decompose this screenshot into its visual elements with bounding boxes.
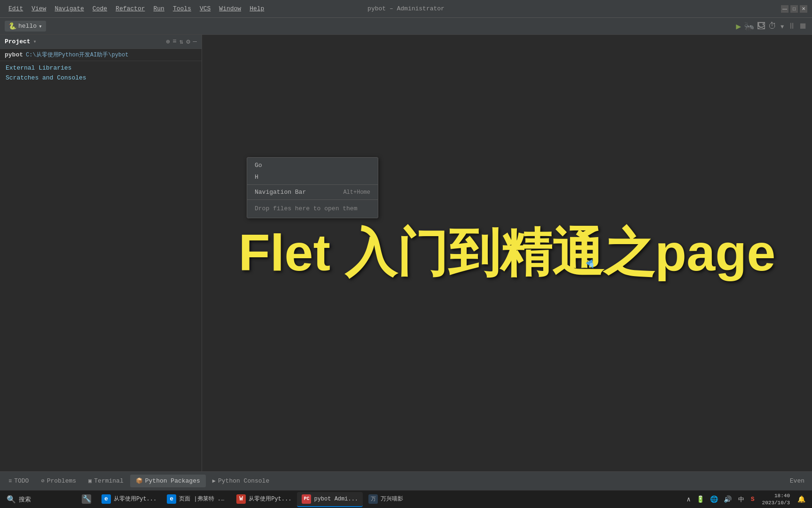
overlay-title: Flet 入门到精通之page xyxy=(239,218,776,288)
pause-button[interactable]: ⏸ xyxy=(788,21,796,31)
tray-expand-icon[interactable]: ∧ xyxy=(685,494,692,504)
search-text: 搜索 xyxy=(19,495,31,504)
sidebar-action-icons: ⊕ ≡ ⇅ ⚙ — xyxy=(166,38,197,46)
sidebar-title-row: Project ▾ xyxy=(5,38,37,45)
wanxin-app-icon: 万 xyxy=(368,494,378,504)
run-play-button[interactable]: ▶ xyxy=(736,21,741,32)
volume-icon[interactable]: 🔊 xyxy=(722,494,734,504)
language-indicator[interactable]: 中 xyxy=(735,494,747,505)
hide-icon[interactable]: — xyxy=(193,38,197,46)
menu-tools[interactable]: Tools xyxy=(169,3,195,14)
navbar-label: Navigation Bar xyxy=(255,189,306,196)
sidebar: Project ▾ ⊕ ≡ ⇅ ⚙ — pybot C:\从零使用Python开… xyxy=(0,35,202,471)
sidebar-item-scratches[interactable]: Scratches and Consoles xyxy=(0,73,202,83)
settings-icon[interactable]: ⚙ xyxy=(186,38,190,46)
editor-area: Go H Navigation Bar Alt+Home Drop files … xyxy=(202,35,812,471)
menu-code[interactable]: Code xyxy=(89,3,111,14)
project-label: Project xyxy=(5,38,31,45)
tab-python-console[interactable]: ▶ Python Console xyxy=(207,475,275,487)
hello-config[interactable]: 🐍 hello ▾ xyxy=(5,21,46,32)
menu-vcs[interactable]: VCS xyxy=(196,3,214,14)
terminal-icon: ▣ xyxy=(88,477,92,484)
event-log-tab[interactable]: Even xyxy=(785,475,809,487)
menu-window[interactable]: Window xyxy=(215,3,245,14)
main-layout: Project ▾ ⊕ ≡ ⇅ ⚙ — pybot C:\从零使用Python开… xyxy=(0,35,812,471)
edge1-app-label: 从零使用Pyt... xyxy=(114,495,156,503)
menu-separator xyxy=(247,184,378,185)
profile-button[interactable]: ⏱ xyxy=(768,21,777,31)
title-bar-right: — □ ✕ xyxy=(781,5,807,13)
taskbar-pybot-app[interactable]: PC pybot Admi... xyxy=(297,492,363,507)
drop-hint: Drop files here to open them xyxy=(247,201,378,216)
tab-terminal[interactable]: ▣ Terminal xyxy=(83,475,129,487)
network-icon: 🌐 xyxy=(708,494,720,504)
pybot-app-icon: PC xyxy=(302,494,311,504)
python-console-icon: ▶ xyxy=(212,477,216,484)
debug-button[interactable]: 🐜 xyxy=(744,21,754,32)
menu-edit[interactable]: Edit xyxy=(5,3,27,14)
project-name-label: pybot xyxy=(5,51,23,58)
toolbar-right: Even xyxy=(785,475,809,487)
navbar-shortcut: Alt+Home xyxy=(343,189,370,196)
sort-icon[interactable]: ⇅ xyxy=(180,38,183,46)
tab-todo[interactable]: ≡ TODO xyxy=(3,475,34,487)
window-controls: — □ ✕ xyxy=(781,5,807,13)
floating-menu-navbar[interactable]: Navigation Bar Alt+Home xyxy=(247,186,378,198)
menu-help[interactable]: Help xyxy=(246,3,268,14)
menu-refactor[interactable]: Refactor xyxy=(112,3,148,14)
tab-python-packages[interactable]: 📦 Python Packages xyxy=(130,475,206,487)
floating-menu: Go H Navigation Bar Alt+Home Drop files … xyxy=(247,157,378,218)
notification-icon[interactable]: 🔔 xyxy=(796,494,807,504)
taskbar-tools-app[interactable]: 🔧 xyxy=(77,492,96,507)
floating-menu-h-label: H xyxy=(255,174,258,181)
taskbar-edge2-app[interactable]: e 页面 |弗莱特 ... xyxy=(162,492,231,507)
maximize-button[interactable]: □ xyxy=(790,5,798,13)
wanxin-app-label: 万兴喵影 xyxy=(381,495,403,503)
wd-app-icon: W xyxy=(236,494,246,504)
floating-menu-go[interactable]: Go xyxy=(247,159,378,171)
taskbar-date-display: 2023/10/3 xyxy=(762,500,790,506)
wd-app-label: 从零使用Pyt... xyxy=(249,495,291,503)
locate-icon[interactable]: ⊕ xyxy=(166,38,170,46)
sidebar-header: Project ▾ ⊕ ≡ ⇅ ⚙ — xyxy=(0,35,202,49)
hello-dropdown-icon: ▾ xyxy=(39,23,42,30)
menu-bar: Edit View Navigate Code Refactor Run Too… xyxy=(5,3,268,14)
edge1-app-icon: e xyxy=(102,494,111,504)
hello-label: hello xyxy=(18,23,37,30)
project-root-item[interactable]: pybot C:\从零使用Python开发AI助手\pybot xyxy=(0,49,202,61)
title-bar: Edit View Navigate Code Refactor Run Too… xyxy=(0,0,812,18)
hello-icon: 🐍 xyxy=(8,22,16,30)
taskbar-search[interactable]: 🔍 搜索 xyxy=(0,495,75,504)
coverage-button[interactable]: ⛾ xyxy=(757,21,765,31)
edge2-app-label: 页面 |弗莱特 ... xyxy=(179,495,226,503)
taskbar-clock[interactable]: 18:40 2023/10/3 xyxy=(758,492,794,507)
taskbar-wanxin-app[interactable]: 万 万兴喵影 xyxy=(364,492,408,507)
pybot-app-label: pybot Admi... xyxy=(314,496,358,502)
python-packages-label: Python Packages xyxy=(145,477,200,484)
stop-button[interactable]: ⏹ xyxy=(799,21,807,31)
run-config-dropdown[interactable]: ▾ xyxy=(780,21,785,32)
close-button[interactable]: ✕ xyxy=(800,5,807,13)
bottom-toolbar: ≡ TODO ⊘ Problems ▣ Terminal 📦 Python Pa… xyxy=(0,471,812,490)
menu-navigate[interactable]: Navigate xyxy=(51,3,87,14)
problems-icon: ⊘ xyxy=(41,477,44,484)
floating-menu-h[interactable]: H xyxy=(247,171,378,183)
menu-view[interactable]: View xyxy=(28,3,50,14)
terminal-label: Terminal xyxy=(94,477,123,484)
python-console-label: Python Console xyxy=(218,477,269,484)
menu-run[interactable]: Run xyxy=(150,3,168,14)
sidebar-item-external-libraries[interactable]: External Libraries xyxy=(0,63,202,73)
tab-problems[interactable]: ⊘ Problems xyxy=(35,475,82,487)
project-dropdown-icon[interactable]: ▾ xyxy=(33,38,37,45)
minimize-button[interactable]: — xyxy=(781,5,789,13)
collapse-all-icon[interactable]: ≡ xyxy=(172,38,176,46)
taskbar-wd-app[interactable]: W 从零使用Pyt... xyxy=(232,492,296,507)
project-path-label: C:\从零使用Python开发AI助手\pybot xyxy=(26,51,128,59)
python-packages-icon: 📦 xyxy=(136,477,143,484)
run-icons: ▶ 🐜 ⛾ ⏱ ▾ ⏸ ⏹ xyxy=(736,21,807,32)
run-bar: 🐍 hello ▾ ▶ 🐜 ⛾ ⏱ ▾ ⏸ ⏹ xyxy=(0,18,812,35)
taskbar-edge1-app[interactable]: e 从零使用Pyt... xyxy=(97,492,161,507)
todo-icon: ≡ xyxy=(8,478,12,484)
edge2-app-icon: e xyxy=(167,494,176,504)
window-title: pybot – Administrator xyxy=(367,5,445,12)
